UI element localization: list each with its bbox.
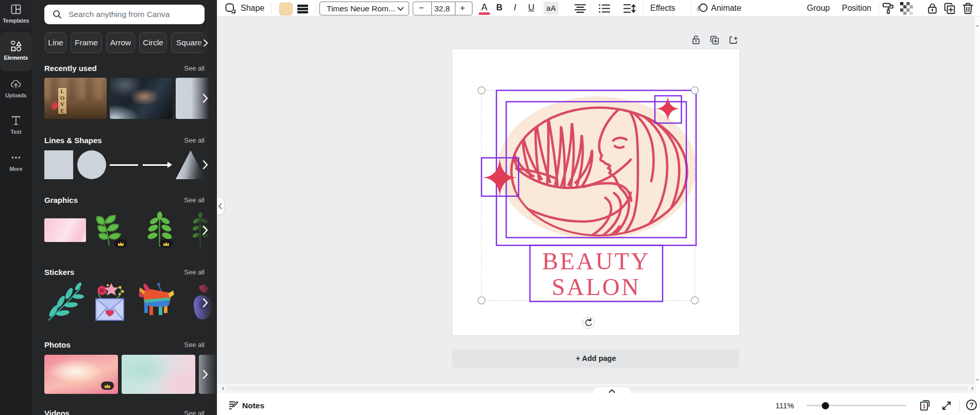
- svg-text:1: 1: [922, 403, 926, 409]
- svg-text:SALON: SALON: [552, 274, 641, 300]
- svg-text:BEAUTY: BEAUTY: [542, 248, 650, 274]
